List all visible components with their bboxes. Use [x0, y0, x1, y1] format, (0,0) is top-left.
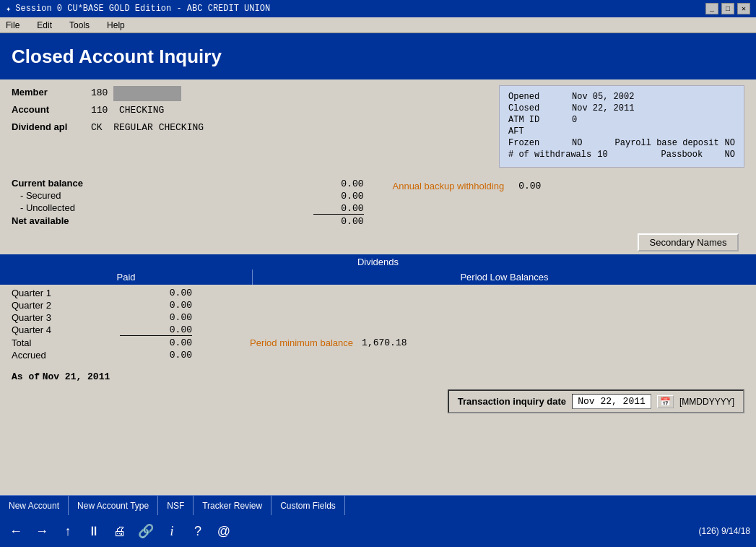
- nav-nsf[interactable]: NSF: [158, 496, 194, 515]
- accrued-value: 0.00: [120, 350, 192, 361]
- period-low-balances-header: Period Low Balances: [253, 270, 756, 285]
- menu-help[interactable]: Help: [104, 20, 128, 31]
- atm-value: 0: [572, 115, 577, 125]
- forward-button[interactable]: →: [32, 521, 52, 541]
- total-row: Total 0.00 Period minimum balance 1,670.…: [12, 337, 744, 348]
- member-label: Member: [12, 85, 91, 100]
- balance-section: Current balance 0.00 - Secured 0.00 - Un…: [0, 173, 756, 231]
- as-of-section: As of Nov 21, 2011: [0, 365, 756, 385]
- quarter1-value: 0.00: [120, 288, 192, 298]
- net-available-label: Net available: [12, 215, 69, 226]
- nav-new-account-type[interactable]: New Account Type: [69, 496, 158, 515]
- account-label: Account: [12, 103, 91, 118]
- atm-row: ATM ID 0: [508, 115, 735, 125]
- txn-date-label: Transaction inquiry date: [458, 396, 566, 407]
- txn-date-bar: Transaction inquiry date Nov 22, 2011 📅 …: [0, 385, 756, 418]
- uncollected-row: - Uncollected 0.00: [12, 202, 364, 215]
- menu-edit[interactable]: Edit: [34, 20, 55, 31]
- opened-value: Nov 05, 2002: [572, 92, 634, 102]
- menu-bar: File Edit Tools Help: [0, 17, 756, 33]
- frozen-payroll-row: Frozen NO Payroll base deposit NO: [508, 138, 735, 148]
- paid-header: Paid: [0, 270, 253, 285]
- close-button[interactable]: ✕: [737, 3, 750, 14]
- quarter1-row: Quarter 1 0.00: [12, 288, 744, 298]
- frozen-value: NO: [572, 138, 582, 148]
- window-title: Session 0 CU*BASE GOLD Edition - ABC CRE…: [15, 4, 270, 14]
- page-header: Closed Account Inquiry: [0, 33, 756, 79]
- dividends-section: Dividends Paid Period Low Balances: [0, 254, 756, 285]
- info-button[interactable]: i: [162, 521, 182, 541]
- txn-date-value: Nov 22, 2011: [572, 394, 651, 409]
- left-info: Member 180 Account 110 CHECKING Dividend…: [12, 85, 487, 168]
- net-available-row: Net available 0.00: [12, 215, 364, 227]
- app-icon: ✦: [6, 4, 11, 14]
- toolbar-status: (126) 9/14/18: [699, 526, 750, 536]
- frozen-label: Frozen: [508, 138, 566, 148]
- dividends-body: Quarter 1 0.00 Quarter 2 0.00 Quarter 3 …: [0, 285, 756, 365]
- right-info-box: Opened Nov 05, 2002 Closed Nov 22, 2011 …: [499, 85, 744, 168]
- print-button[interactable]: 🖨: [110, 521, 130, 541]
- dividend-label: Dividend apl: [12, 120, 91, 135]
- current-balance-row: Current balance 0.00: [12, 178, 364, 189]
- quarter4-label: Quarter 4: [12, 324, 120, 336]
- quarter3-label: Quarter 3: [12, 312, 120, 323]
- member-id: 180: [91, 86, 108, 101]
- accrued-row: Accrued 0.00: [12, 350, 744, 361]
- title-bar: ✦ Session 0 CU*BASE GOLD Edition - ABC C…: [0, 0, 756, 17]
- toolbar: ← → ↑ ⏸ 🖨 🔗 i ? @ (126) 9/14/18: [0, 515, 756, 547]
- quarter2-value: 0.00: [120, 300, 192, 311]
- passbook-value: NO: [725, 150, 735, 160]
- page-title: Closed Account Inquiry: [12, 46, 222, 68]
- pause-button[interactable]: ⏸: [84, 521, 104, 541]
- minimize-button[interactable]: _: [705, 3, 718, 14]
- dividend-row: Dividend apl CK REGULAR CHECKING: [12, 120, 487, 136]
- uncollected-label: - Uncollected: [12, 202, 75, 213]
- annual-backup-area: Annual backup withholding 0.00: [393, 178, 745, 191]
- aft-label: AFT: [508, 126, 566, 137]
- title-bar-controls[interactable]: _ □ ✕: [705, 3, 750, 14]
- payroll-label: Payroll base deposit: [615, 138, 719, 148]
- opened-row: Opened Nov 05, 2002: [508, 92, 735, 102]
- payroll-value: NO: [725, 138, 735, 148]
- dividends-header: Dividends: [0, 254, 756, 270]
- title-bar-left: ✦ Session 0 CU*BASE GOLD Edition - ABC C…: [6, 4, 270, 14]
- passbook-label: Passbook: [661, 150, 719, 160]
- menu-file[interactable]: File: [3, 20, 22, 31]
- dividend-code: CK: [91, 121, 103, 136]
- secondary-names-button[interactable]: Secondary Names: [638, 233, 739, 251]
- as-of-value: Nov 21, 2011: [43, 371, 110, 382]
- restore-button[interactable]: □: [721, 3, 734, 14]
- up-button[interactable]: ↑: [58, 521, 78, 541]
- date-format-hint: [MMDDYYYY]: [679, 397, 734, 407]
- closed-value: Nov 22, 2011: [572, 103, 634, 113]
- secured-label: - Secured: [12, 190, 61, 201]
- closed-label: Closed: [508, 103, 566, 113]
- left-balances: Current balance 0.00 - Secured 0.00 - Un…: [12, 178, 364, 228]
- account-type: CHECKING: [119, 103, 164, 119]
- member-row: Member 180: [12, 85, 487, 101]
- nav-custom-fields[interactable]: Custom Fields: [271, 496, 345, 515]
- as-of-label: As of: [12, 371, 40, 382]
- net-available-value: 0.00: [313, 216, 364, 227]
- menu-tools[interactable]: Tools: [66, 20, 92, 31]
- accrued-label: Accrued: [12, 350, 120, 361]
- nav-tracker-review[interactable]: Tracker Review: [194, 496, 271, 515]
- total-value: 0.00: [120, 337, 192, 348]
- current-balance-value: 0.00: [313, 178, 364, 189]
- period-min-value: 1,670.18: [362, 337, 407, 348]
- back-button[interactable]: ←: [6, 521, 26, 541]
- link-button[interactable]: 🔗: [136, 521, 156, 541]
- total-label: Total: [12, 337, 120, 348]
- withdrawals-passbook-row: # of withdrawals 10 Passbook NO: [508, 150, 735, 160]
- quarter3-row: Quarter 3 0.00: [12, 312, 744, 323]
- nav-new-account[interactable]: New Account: [0, 496, 69, 515]
- quarter4-row: Quarter 4 0.00: [12, 324, 744, 336]
- help-button[interactable]: ?: [188, 521, 208, 541]
- calendar-icon-button[interactable]: 📅: [657, 395, 674, 408]
- at-button[interactable]: @: [214, 521, 234, 541]
- annual-backup-value: 0.00: [518, 181, 541, 191]
- secured-value: 0.00: [313, 191, 364, 202]
- toolbar-left: ← → ↑ ⏸ 🖨 🔗 i ? @: [6, 521, 234, 541]
- quarter1-label: Quarter 1: [12, 288, 120, 298]
- quarter2-row: Quarter 2 0.00: [12, 300, 744, 311]
